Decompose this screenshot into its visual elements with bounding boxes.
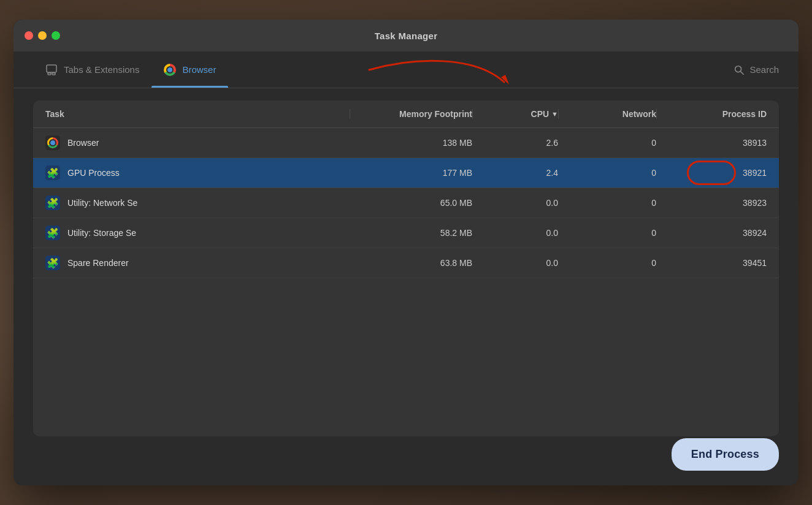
minimize-button[interactable] [38, 31, 47, 40]
task-cell: Browser [45, 135, 350, 150]
svg-marker-5 [501, 75, 509, 85]
network-value: 0 [558, 258, 656, 268]
col-header-task[interactable]: Task [45, 109, 350, 119]
puzzle-icon: 🧩 [47, 197, 59, 209]
network-value: 0 [558, 138, 656, 148]
cpu-value: 0.0 [472, 228, 558, 238]
table-row[interactable]: 🧩 Spare Renderer 63.8 MB 0.0 0 39451 [33, 248, 779, 278]
svg-rect-2 [52, 73, 55, 75]
table-row[interactable]: 🧩 Utility: Network Se 65.0 MB 0.0 0 3892… [33, 188, 779, 218]
task-name: GPU Process [67, 168, 120, 178]
task-cell: 🧩 Utility: Network Se [45, 196, 350, 210]
puzzle-icon: 🧩 [47, 257, 59, 269]
task-name: Browser [67, 138, 99, 148]
cpu-value: 0.0 [472, 258, 558, 268]
tab-bar: Tabs & Extensions Browser Search [13, 51, 799, 88]
sort-arrow-icon: ▼ [551, 110, 558, 118]
svg-point-3 [735, 66, 741, 72]
cpu-value: 2.6 [472, 138, 558, 148]
pid-highlight-circle [687, 161, 736, 185]
close-button[interactable] [25, 31, 33, 40]
pid-value-highlighted: 38921 [656, 168, 767, 178]
puzzle-icon: 🧩 [47, 167, 59, 179]
table-row[interactable]: 🧩 GPU Process 177 MB 2.4 0 38921 [33, 158, 779, 188]
browser-tab-icon [164, 64, 176, 76]
end-process-button[interactable]: End Process [672, 438, 779, 471]
pid-value: 39451 [656, 258, 767, 268]
maximize-button[interactable] [52, 31, 60, 40]
memory-value: 65.0 MB [350, 198, 472, 208]
table-header: Task Memory Footprint CPU ▼ Network Proc… [33, 101, 779, 128]
network-value: 0 [558, 198, 656, 208]
pid-value: 38913 [656, 138, 767, 148]
col-header-cpu[interactable]: CPU ▼ [472, 109, 558, 119]
puzzle-process-icon: 🧩 [45, 165, 60, 180]
search-label: Search [749, 64, 779, 75]
task-cell: 🧩 Utility: Storage Se [45, 226, 350, 240]
memory-value: 63.8 MB [350, 258, 472, 268]
process-table: Task Memory Footprint CPU ▼ Network Proc… [33, 101, 779, 436]
main-content: Task Memory Footprint CPU ▼ Network Proc… [13, 88, 799, 485]
svg-line-4 [741, 71, 744, 74]
puzzle-process-icon: 🧩 [45, 196, 60, 210]
col-header-memory[interactable]: Memory Footprint [350, 109, 472, 119]
puzzle-icon: 🧩 [47, 227, 59, 239]
search-area[interactable]: Search [733, 64, 779, 75]
cpu-value: 2.4 [472, 168, 558, 178]
task-name: Spare Renderer [67, 258, 129, 268]
memory-value: 58.2 MB [350, 228, 472, 238]
pid-value: 38924 [656, 228, 767, 238]
search-icon [733, 64, 745, 75]
pid-value: 38923 [656, 198, 767, 208]
traffic-lights [25, 31, 60, 40]
task-name: Utility: Network Se [67, 198, 137, 208]
bottom-bar: End Process [672, 438, 779, 471]
task-cell: 🧩 GPU Process [45, 165, 350, 180]
table-row[interactable]: 🧩 Utility: Storage Se 58.2 MB 0.0 0 3892… [33, 218, 779, 248]
puzzle-process-icon: 🧩 [45, 256, 60, 270]
chrome-process-icon [45, 135, 60, 150]
col-header-network[interactable]: Network [558, 109, 656, 119]
col-header-pid[interactable]: Process ID [656, 109, 767, 119]
network-value: 0 [558, 168, 656, 178]
title-bar: Task Manager [13, 20, 799, 51]
memory-value: 138 MB [350, 138, 472, 148]
svg-rect-1 [48, 73, 51, 75]
svg-rect-0 [47, 65, 56, 72]
task-manager-window: Task Manager Tabs & Extensions Browser [13, 20, 799, 485]
cpu-value: 0.0 [472, 198, 558, 208]
task-name: Utility: Storage Se [67, 228, 136, 238]
browser-tab-label: Browser [182, 64, 216, 75]
tabs-extensions-label: Tabs & Extensions [64, 64, 139, 75]
memory-value: 177 MB [350, 168, 472, 178]
tab-browser[interactable]: Browser [151, 51, 228, 88]
tab-tabs-extensions[interactable]: Tabs & Extensions [33, 51, 151, 88]
puzzle-process-icon: 🧩 [45, 226, 60, 240]
window-title: Task Manager [375, 31, 438, 41]
network-value: 0 [558, 228, 656, 238]
table-row[interactable]: Browser 138 MB 2.6 0 38913 [33, 128, 779, 158]
task-cell: 🧩 Spare Renderer [45, 256, 350, 270]
tabs-extensions-icon [45, 64, 58, 76]
